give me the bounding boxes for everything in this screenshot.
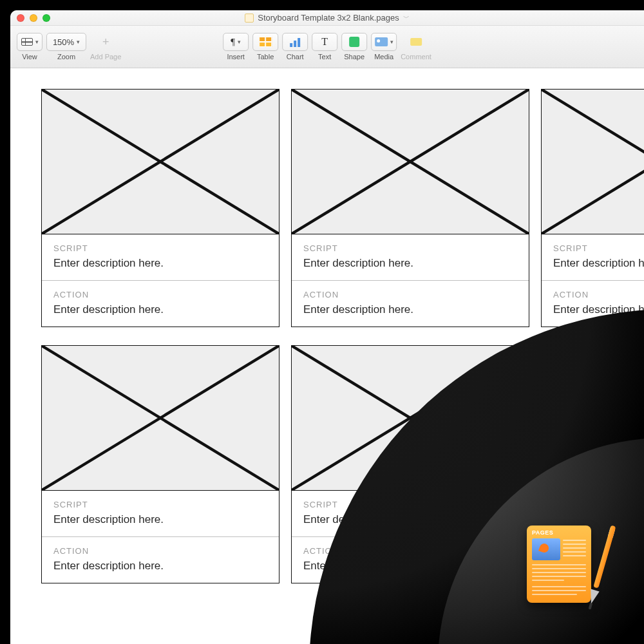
frame-image-placeholder[interactable] — [292, 90, 529, 234]
script-section[interactable]: SCRIPT Enter description here. — [292, 234, 529, 281]
storyboard-frame[interactable]: SCRIPT Enter description here. ACTION En… — [291, 345, 529, 583]
text-button[interactable]: T Text — [312, 33, 337, 61]
zoom-value: 150% — [53, 37, 74, 47]
text-icon: T — [321, 36, 328, 48]
comment-label: Comment — [401, 53, 431, 61]
script-heading: SCRIPT — [53, 243, 267, 253]
svg-line-10 — [542, 346, 644, 490]
view-label: View — [22, 53, 37, 61]
insert-button[interactable]: ¶▾ Insert — [223, 33, 249, 61]
action-section[interactable]: ACTION Enter description here. — [42, 537, 279, 583]
toolbar: ▾ View 150%▾ Zoom + Add Page ¶▾ Insert — [10, 26, 644, 68]
titlebar: Storyboard Template 3x2 Blank.pages ﹀ — [10, 10, 644, 26]
storyboard-frame[interactable]: SCRIPT Enter description here. ACTION En… — [541, 89, 644, 327]
script-text[interactable]: Enter description here. — [303, 257, 517, 270]
frame-image-placeholder[interactable] — [42, 90, 279, 234]
action-section[interactable]: ACTION Enter description here. — [42, 281, 279, 327]
script-section[interactable]: SCRIPT Enter description here. — [292, 491, 529, 537]
chevron-down-icon: ▾ — [390, 39, 393, 45]
pages-doc-icon — [245, 14, 254, 23]
zoom-control[interactable]: 150%▾ Zoom — [46, 33, 86, 61]
table-icon — [259, 37, 272, 47]
media-label: Media — [374, 53, 393, 61]
add-page-button[interactable]: + Add Page — [90, 33, 121, 61]
script-section[interactable]: SCRIPT Enter description here. — [542, 234, 644, 281]
close-window-button[interactable] — [17, 14, 24, 22]
action-heading: ACTION — [303, 290, 517, 299]
text-label: Text — [318, 53, 331, 61]
action-text[interactable]: Enter description here. — [303, 560, 517, 573]
script-heading: SCRIPT — [303, 500, 517, 509]
script-text[interactable]: Enter description here. — [553, 257, 644, 270]
minimize-window-button[interactable] — [30, 14, 37, 22]
storyboard-frame[interactable]: SCRIPT Enter description here. ACTION En… — [41, 89, 279, 327]
add-page-label: Add Page — [90, 53, 121, 61]
app-icon-label: PAGES — [532, 529, 553, 536]
chevron-down-icon: ﹀ — [403, 14, 410, 23]
zoom-label: Zoom — [57, 53, 75, 61]
svg-line-11 — [542, 346, 644, 490]
comment-icon — [410, 38, 422, 46]
script-heading: SCRIPT — [53, 500, 267, 509]
svg-line-4 — [542, 90, 644, 234]
chevron-down-icon: ▾ — [77, 39, 80, 45]
shape-button[interactable]: Shape — [341, 33, 367, 61]
chevron-down-icon: ▾ — [238, 39, 241, 45]
media-button[interactable]: ▾ Media — [371, 33, 397, 61]
document-filename: Storyboard Template 3x2 Blank.pages — [258, 13, 399, 23]
action-section[interactable]: ACTION Enter description here. — [292, 537, 529, 583]
plus-icon: + — [102, 35, 109, 49]
frame-image-placeholder[interactable] — [42, 346, 279, 491]
frame-image-placeholder[interactable] — [542, 346, 644, 491]
window-controls — [17, 14, 50, 22]
storyboard-page: SCRIPT Enter description here. ACTION En… — [41, 89, 644, 583]
svg-line-5 — [542, 90, 644, 234]
action-heading: ACTION — [553, 290, 644, 299]
table-label: Table — [257, 53, 274, 61]
action-text[interactable]: Enter description here. — [553, 303, 644, 316]
pages-app-icon: PAGES — [522, 522, 605, 605]
view-button[interactable]: ▾ View — [17, 33, 43, 61]
script-text[interactable]: Enter description here. — [53, 257, 267, 270]
storyboard-frame[interactable]: SCRIPT Enter description here. ACTION En… — [291, 89, 529, 327]
script-heading: SCRIPT — [553, 500, 644, 509]
view-icon — [21, 38, 33, 46]
shape-icon — [349, 37, 359, 47]
chevron-down-icon: ▾ — [35, 39, 39, 45]
chart-button[interactable]: Chart — [282, 33, 308, 61]
script-section[interactable]: SCRIPT Enter description here. — [42, 234, 279, 281]
script-text[interactable]: Enter description here. — [303, 513, 517, 526]
action-text[interactable]: Enter description here. — [303, 303, 517, 316]
action-heading: ACTION — [53, 546, 267, 556]
document-title[interactable]: Storyboard Template 3x2 Blank.pages ﹀ — [245, 13, 409, 23]
script-section[interactable]: SCRIPT Enter description here. — [42, 491, 279, 537]
script-text[interactable]: Enter description here. — [53, 513, 267, 526]
fullscreen-window-button[interactable] — [43, 14, 50, 22]
chart-label: Chart — [287, 53, 304, 61]
insert-label: Insert — [227, 53, 245, 61]
table-button[interactable]: Table — [252, 33, 278, 61]
frame-image-placeholder[interactable] — [292, 346, 529, 491]
chart-icon — [290, 37, 300, 47]
storyboard-frame[interactable]: SCRIPT Enter description here. ACTION En… — [41, 345, 279, 583]
action-section[interactable]: ACTION Enter description here. — [542, 281, 644, 327]
comment-button[interactable]: Comment — [401, 33, 431, 61]
action-text[interactable]: Enter description here. — [53, 303, 267, 316]
frame-image-placeholder[interactable] — [542, 90, 644, 234]
action-text[interactable]: Enter description here. — [53, 560, 267, 573]
script-heading: SCRIPT — [553, 243, 644, 253]
media-icon — [375, 37, 388, 46]
paragraph-icon: ¶ — [231, 37, 235, 48]
action-heading: ACTION — [303, 546, 517, 556]
action-section[interactable]: ACTION Enter description here. — [292, 281, 529, 327]
action-heading: ACTION — [53, 290, 267, 299]
script-heading: SCRIPT — [303, 243, 517, 253]
shape-label: Shape — [344, 53, 365, 61]
